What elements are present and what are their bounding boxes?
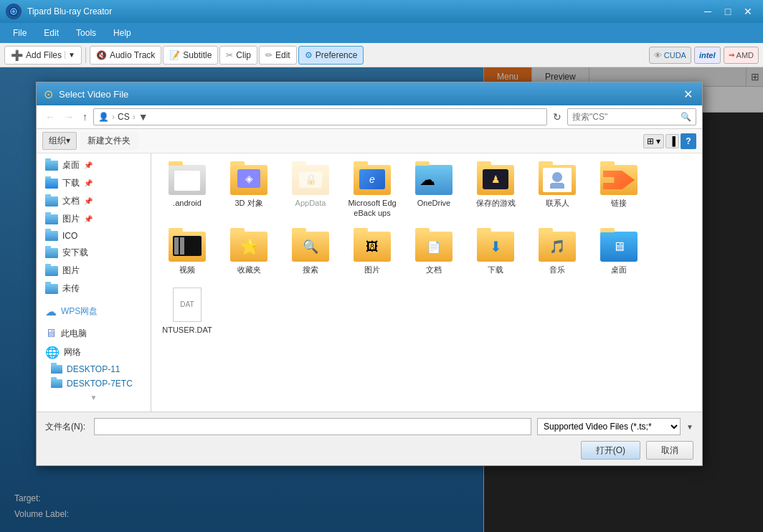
preference-icon: ⚙ bbox=[305, 50, 313, 60]
panel-toggle-button[interactable]: ▐ bbox=[665, 134, 679, 148]
user-icon: 👤 bbox=[98, 112, 109, 122]
sidebar-item-wps[interactable]: ☁ WPS网盘 bbox=[37, 302, 151, 321]
file-item-3d[interactable]: ◈ 3D 对象 bbox=[220, 161, 278, 223]
file-item-docs[interactable]: 文档 bbox=[405, 227, 463, 279]
intel-badge[interactable]: intel bbox=[694, 47, 721, 64]
menu-edit[interactable]: Edit bbox=[37, 25, 66, 41]
app-title: Tipard Blu-ray Creator bbox=[27, 6, 112, 16]
pin-icon: 📌 bbox=[84, 179, 93, 187]
file-item-desktop-folder[interactable]: 桌面 bbox=[590, 227, 648, 279]
filename-input[interactable] bbox=[94, 418, 531, 435]
forward-button[interactable]: → bbox=[61, 110, 77, 124]
scroll-down-icon: ▼ bbox=[90, 394, 98, 402]
help-button[interactable]: ? bbox=[681, 133, 696, 149]
back-button[interactable]: ← bbox=[42, 110, 58, 124]
sidebar-item-this-pc[interactable]: 🖥 此电脑 bbox=[37, 324, 151, 343]
file-grid: .android ◈ 3D 对象 bbox=[151, 153, 702, 412]
refresh-button[interactable]: ↻ bbox=[550, 110, 564, 124]
file-item-favorites[interactable]: 收藏夹 bbox=[220, 227, 278, 279]
sidebar-item-desktop7etc[interactable]: DESKTOP-7ETC bbox=[37, 376, 151, 391]
sidebar-label: 安下载 bbox=[62, 247, 88, 259]
preference-button[interactable]: ⚙ Preference bbox=[298, 46, 364, 65]
open-button[interactable]: 打开(O) bbox=[581, 441, 640, 460]
up-button[interactable]: ↑ bbox=[80, 110, 90, 124]
file-item-contacts[interactable]: 联系人 bbox=[529, 161, 586, 223]
dialog-close-button[interactable]: ✕ bbox=[681, 87, 695, 101]
sidebar-item-desktop[interactable]: 桌面 📌 bbox=[37, 156, 151, 174]
sidebar-item-untransferred[interactable]: 未传 bbox=[37, 280, 151, 298]
sidebar-label: 未传 bbox=[62, 282, 80, 295]
sidebar-item-desktop11[interactable]: DESKTOP-11 bbox=[37, 362, 151, 376]
toolbar-right: 👁 CUDA intel ⇒ AMD bbox=[649, 47, 759, 64]
menu-file[interactable]: File bbox=[6, 25, 34, 41]
clip-label: Clip bbox=[236, 50, 251, 60]
sidebar-item-network[interactable]: 🌐 网络 bbox=[37, 343, 151, 362]
dialog-toolbar: 组织▾ 新建文件夹 ⊞ ▾ ▐ ? bbox=[37, 129, 702, 153]
sidebar-item-documents[interactable]: 文档 📌 bbox=[37, 192, 151, 210]
sidebar-item-downloads[interactable]: 下载 📌 bbox=[37, 174, 151, 192]
dialog-title-left: ⊙ Select Video File bbox=[44, 87, 128, 101]
toolbar-separator-1 bbox=[85, 47, 86, 63]
file-label: 保存的游戏 bbox=[476, 198, 516, 208]
file-item-downloads[interactable]: 下载 bbox=[467, 227, 524, 279]
file-item-android[interactable]: .android bbox=[158, 161, 216, 223]
folder-links-icon bbox=[600, 165, 638, 195]
new-folder-button[interactable]: 新建文件夹 bbox=[80, 132, 138, 150]
cuda-label: CUDA bbox=[664, 51, 686, 60]
pin-icon: 📌 bbox=[84, 161, 93, 169]
sidebar-item-pictures[interactable]: 图片 📌 bbox=[37, 210, 151, 228]
filetype-select[interactable]: Supported Video Files (*.ts;* bbox=[537, 418, 681, 435]
folder-icon bbox=[45, 161, 58, 171]
sidebar-label: WPS网盘 bbox=[61, 305, 98, 318]
sidebar-item-pictures-2[interactable]: 图片 bbox=[37, 262, 151, 280]
view-buttons: ⊞ ▾ ▐ ? bbox=[643, 133, 696, 149]
sidebar-item-ico[interactable]: ICO bbox=[37, 228, 151, 244]
close-button[interactable]: ✕ bbox=[739, 5, 757, 18]
restore-button[interactable]: □ bbox=[719, 5, 737, 18]
search-box: 🔍 bbox=[567, 108, 696, 125]
menu-tools[interactable]: Tools bbox=[69, 25, 103, 41]
audio-track-button[interactable]: 🔇 Audio Track bbox=[90, 46, 161, 65]
pin-icon: 📌 bbox=[84, 197, 93, 205]
path-dropdown-button[interactable]: ▼ bbox=[138, 111, 148, 123]
folder-icon bbox=[51, 379, 62, 388]
file-item-edge-backup[interactable]: e Microsoft EdgeBack ups bbox=[343, 161, 401, 223]
path-segment: CS bbox=[118, 112, 130, 122]
dialog-title-bar: ⊙ Select Video File ✕ bbox=[37, 82, 702, 105]
add-files-button[interactable]: ➕ Add Files ▼ bbox=[4, 46, 82, 65]
file-item-saved-games[interactable]: ♟ 保存的游戏 bbox=[467, 161, 524, 223]
folder-3d-icon: ◈ bbox=[230, 165, 267, 195]
cancel-button[interactable]: 取消 bbox=[646, 441, 693, 460]
file-item-ntuser[interactable]: DAT NTUSER.DAT bbox=[158, 283, 216, 339]
address-path[interactable]: 👤 › CS › ▼ bbox=[93, 108, 547, 125]
sidebar-item-an-downloads[interactable]: 安下载 bbox=[37, 244, 151, 262]
folder-favorites-icon bbox=[230, 232, 267, 262]
file-item-links[interactable]: 链接 bbox=[590, 161, 648, 223]
file-item-appdata[interactable]: 🔒 AppData bbox=[282, 161, 339, 223]
file-item-video[interactable]: 视频 bbox=[158, 227, 216, 279]
svg-point-2 bbox=[12, 10, 15, 13]
edit-button[interactable]: ✏ Edit bbox=[259, 46, 297, 65]
folder-downloads-icon bbox=[477, 232, 514, 262]
amd-badge[interactable]: ⇒ AMD bbox=[724, 47, 759, 64]
file-item-search[interactable]: 搜索 bbox=[282, 227, 339, 279]
organize-label: 组织▾ bbox=[49, 135, 70, 147]
search-input[interactable] bbox=[572, 112, 681, 122]
path-separator-2: › bbox=[133, 112, 136, 122]
minimize-button[interactable]: ─ bbox=[698, 5, 717, 18]
menu-help[interactable]: Help bbox=[106, 25, 138, 41]
file-item-onedrive[interactable]: ☁ OneDrive bbox=[405, 161, 463, 223]
folder-icon bbox=[45, 284, 58, 294]
view-mode-button[interactable]: ⊞ ▾ bbox=[643, 134, 664, 148]
folder-desktop-icon bbox=[600, 232, 638, 262]
cuda-badge[interactable]: 👁 CUDA bbox=[649, 47, 691, 64]
path-separator-1: › bbox=[112, 112, 115, 122]
file-label: 搜索 bbox=[303, 265, 318, 275]
organize-button[interactable]: 组织▾ bbox=[42, 132, 77, 150]
dropdown-arrow-icon[interactable]: ▼ bbox=[65, 51, 75, 59]
clip-button[interactable]: ✂ Clip bbox=[219, 46, 257, 65]
folder-icon bbox=[51, 365, 62, 374]
subtitle-button[interactable]: 📝 Subtitle bbox=[163, 46, 218, 65]
file-item-music[interactable]: 音乐 bbox=[529, 227, 586, 279]
file-item-pictures[interactable]: 图片 bbox=[343, 227, 401, 279]
